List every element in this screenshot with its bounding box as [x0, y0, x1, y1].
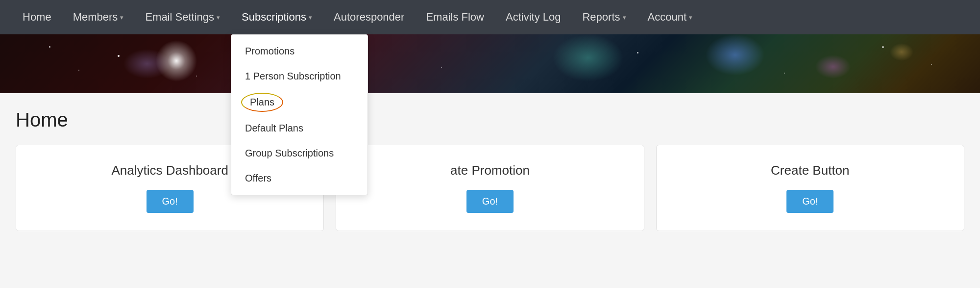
cards-row: Analytics Dashboard Go! ate Promotion Go… — [16, 145, 964, 231]
nav-item-emails-flow[interactable]: Emails Flow — [415, 0, 495, 34]
members-caret-icon: ▾ — [120, 14, 123, 21]
subscriptions-dropdown: Promotions 1 Person Subscription Plans D… — [231, 34, 368, 195]
nav-item-account[interactable]: Account ▾ — [637, 0, 704, 34]
card-analytics-title: Analytics Dashboard — [111, 163, 228, 178]
dropdown-item-group-subscriptions[interactable]: Group Subscriptions — [231, 141, 368, 166]
card-create-button: Create Button Go! — [656, 145, 964, 231]
card-promotion-title: ate Promotion — [450, 163, 530, 178]
account-caret-icon: ▾ — [689, 14, 692, 21]
nav-item-autoresponder[interactable]: Autoresponder — [323, 0, 415, 34]
nav-item-activity-log[interactable]: Activity Log — [495, 0, 572, 34]
page-title: Home — [16, 109, 964, 131]
nav-item-subscriptions[interactable]: Subscriptions ▾ Promotions 1 Person Subs… — [231, 0, 323, 34]
card-create-promotion: ate Promotion Go! — [336, 145, 644, 231]
dropdown-item-promotions[interactable]: Promotions — [231, 39, 368, 64]
dropdown-menu: Promotions 1 Person Subscription Plans D… — [231, 34, 368, 195]
card-create-button-title: Create Button — [771, 163, 849, 178]
card-create-button-go-button[interactable]: Go! — [786, 190, 833, 213]
card-promotion-go-button[interactable]: Go! — [466, 190, 514, 213]
dropdown-item-one-person-sub[interactable]: 1 Person Subscription — [231, 64, 368, 89]
main-nav: Home Members ▾ Email Settings ▾ Subscrip… — [0, 0, 980, 34]
dropdown-item-plans[interactable]: Plans — [241, 93, 283, 112]
nav-item-home[interactable]: Home — [12, 0, 62, 34]
card-analytics-go-button[interactable]: Go! — [147, 190, 194, 213]
subscriptions-caret-icon: ▾ — [309, 14, 312, 21]
page-content: Home Analytics Dashboard Go! ate Promoti… — [0, 93, 980, 231]
hero-banner — [0, 34, 980, 93]
nav-item-email-settings[interactable]: Email Settings ▾ — [134, 0, 231, 34]
dropdown-item-default-plans[interactable]: Default Plans — [231, 116, 368, 141]
email-settings-caret-icon: ▾ — [217, 14, 220, 21]
reports-caret-icon: ▾ — [623, 14, 626, 21]
nav-item-reports[interactable]: Reports ▾ — [571, 0, 637, 34]
nav-item-members[interactable]: Members ▾ — [62, 0, 135, 34]
dropdown-item-offers[interactable]: Offers — [231, 166, 368, 191]
